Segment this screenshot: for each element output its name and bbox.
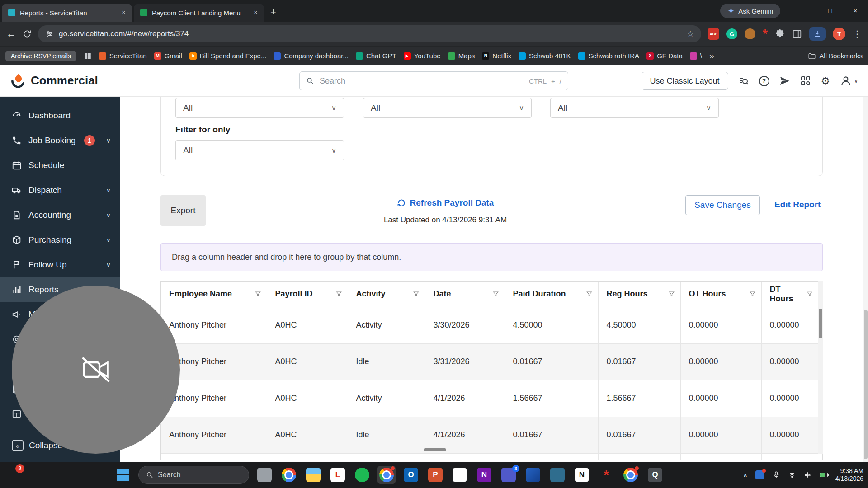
- help-icon[interactable]: ?: [759, 76, 769, 86]
- back-icon[interactable]: ←: [6, 28, 16, 40]
- bookmark-youtube[interactable]: ▶YouTube: [404, 52, 441, 60]
- filter-funnel-icon[interactable]: [586, 291, 593, 297]
- taskbar-icon-document[interactable]: [451, 466, 469, 484]
- bookmarks-overflow-icon[interactable]: »: [709, 51, 714, 61]
- filter-dropdown-3[interactable]: All ∨: [550, 98, 719, 118]
- column-header[interactable]: Employee Name: [161, 282, 267, 307]
- url-text[interactable]: go.servicetitan.com/#/new/reports/374: [59, 29, 189, 38]
- scrollbar-thumb[interactable]: [819, 309, 822, 338]
- monkey-extension-icon[interactable]: [745, 28, 755, 39]
- side-panel-icon[interactable]: [792, 29, 802, 39]
- column-header[interactable]: Paid Duration: [505, 282, 598, 307]
- use-classic-layout-button[interactable]: Use Classic Layout: [642, 72, 728, 90]
- taskbar-icon-chrome-active[interactable]: [377, 466, 396, 484]
- adblock-extension-icon[interactable]: ABP: [708, 28, 719, 40]
- taskbar-icon-teal-app[interactable]: [548, 466, 566, 484]
- profile-menu[interactable]: ∨: [840, 75, 858, 87]
- taskbar-icon-notion[interactable]: N: [573, 466, 591, 484]
- extensions-puzzle-icon[interactable]: [775, 29, 785, 39]
- site-settings-icon[interactable]: [45, 30, 53, 38]
- taskbar-icon-blue-app[interactable]: [524, 466, 542, 484]
- filter-funnel-icon[interactable]: [807, 291, 813, 297]
- save-changes-button[interactable]: Save Changes: [685, 195, 760, 215]
- profile-avatar[interactable]: T: [833, 28, 845, 40]
- taskbar-clock[interactable]: 9:38 AM 4/13/2026: [835, 467, 863, 483]
- column-header[interactable]: Date: [425, 282, 505, 307]
- filter-funnel-icon[interactable]: [668, 291, 675, 297]
- microphone-icon[interactable]: [772, 471, 780, 479]
- sidebar-item-accounting[interactable]: Accounting ∨: [0, 202, 120, 227]
- taskbar-icon-l-app[interactable]: L: [329, 466, 347, 484]
- tray-app-icon[interactable]: [755, 470, 764, 479]
- new-tab-button[interactable]: +: [270, 6, 276, 18]
- column-header[interactable]: OT Hours: [680, 282, 761, 307]
- taskbar-icon-red-asterisk-app[interactable]: *: [597, 466, 615, 484]
- taskbar-icon-spotify[interactable]: [353, 466, 371, 484]
- filter-dropdown-1[interactable]: All ∨: [175, 98, 344, 118]
- tab-close-icon[interactable]: ×: [120, 9, 127, 17]
- group-by-drop-zone[interactable]: Drag a column header and drop it here to…: [160, 243, 823, 271]
- bookmark-servicetitan[interactable]: ServiceTitan: [99, 52, 147, 60]
- taskbar-icon-chrome[interactable]: [280, 466, 298, 484]
- table-row[interactable]: Anthony PitcherA0HCActivity4/1/20261.566…: [161, 380, 819, 417]
- taskbar-icon-teams[interactable]: 3: [500, 466, 518, 484]
- taskbar-icon-onenote[interactable]: N: [475, 466, 493, 484]
- tab-reports-servicetitan[interactable]: Reports - ServiceTitan ×: [2, 4, 132, 22]
- bookmark-star-icon[interactable]: ☆: [687, 29, 694, 39]
- sidebar-item-follow-up[interactable]: Follow Up ∨: [0, 252, 120, 277]
- column-header[interactable]: Payroll ID: [267, 282, 348, 307]
- bookmark-company-dashboard[interactable]: Company dashboar...: [274, 52, 349, 60]
- volume-muted-icon[interactable]: [804, 471, 812, 479]
- downloads-button[interactable]: [809, 27, 826, 41]
- taskbar-icon-file-explorer[interactable]: [304, 466, 322, 484]
- taskbar-icon-powerpoint[interactable]: P: [426, 466, 444, 484]
- column-header[interactable]: DT Hours: [761, 282, 819, 307]
- column-header[interactable]: Reg Hours: [598, 282, 680, 307]
- bookmark-schwab-401k[interactable]: Schwab 401K: [519, 52, 571, 60]
- filter-funnel-icon[interactable]: [492, 291, 499, 297]
- send-feedback-icon[interactable]: [779, 75, 790, 86]
- table-vertical-scrollbar[interactable]: [818, 281, 823, 454]
- table-row[interactable]: Anthony PitcherA0HCIdle3/31/20260.016670…: [161, 343, 819, 380]
- taskbar-icon-chrome-profile[interactable]: [622, 466, 640, 484]
- close-window-button[interactable]: ×: [843, 0, 868, 22]
- marketplace-grid-icon[interactable]: [800, 75, 811, 86]
- bookmark-gmail[interactable]: MGmail: [154, 52, 182, 60]
- bookmark-maps[interactable]: Maps: [448, 52, 475, 60]
- bookmark-gf-data[interactable]: XGF Data: [646, 52, 683, 60]
- url-bar[interactable]: go.servicetitan.com/#/new/reports/374 ☆: [38, 25, 701, 42]
- reload-icon[interactable]: [23, 29, 32, 38]
- sidebar-item-schedule[interactable]: Schedule: [0, 153, 120, 178]
- bookmark-netflix[interactable]: NNetflix: [482, 52, 511, 60]
- sidebar-item-purchasing[interactable]: Purchasing ∨: [0, 227, 120, 252]
- password-manager-extension-icon[interactable]: *: [763, 29, 768, 38]
- hidden-icons-chevron[interactable]: ∧: [743, 471, 747, 479]
- export-button[interactable]: Export: [160, 195, 206, 226]
- global-search-input[interactable]: Search CTRL + /: [299, 71, 568, 90]
- bookmark-chatgpt[interactable]: Chat GPT: [356, 52, 396, 60]
- taskbar-icon-window-app[interactable]: [255, 466, 274, 484]
- bookmark-schwab-roth[interactable]: Schwab roth IRA: [578, 52, 640, 60]
- page-scrollbar[interactable]: [863, 97, 868, 462]
- wifi-icon[interactable]: [788, 471, 796, 479]
- refresh-payroll-data-link[interactable]: Refresh Payroll Data: [397, 198, 494, 208]
- taskbar-search[interactable]: Search: [138, 466, 249, 484]
- filter-funnel-icon[interactable]: [413, 291, 420, 297]
- table-row[interactable]: Anthony PitcherA0HCActivity3/30/20264.50…: [161, 307, 819, 343]
- ask-gemini-button[interactable]: Ask Gemini: [720, 4, 780, 18]
- bookmark-bill[interactable]: bBill Spend and Expe...: [189, 52, 267, 60]
- taskbar-icon-outlook[interactable]: O: [402, 466, 420, 484]
- filter-for-only-dropdown[interactable]: All ∨: [175, 140, 344, 160]
- all-bookmarks-button[interactable]: All Bookmarks: [808, 52, 863, 60]
- edit-report-link[interactable]: Edit Report: [774, 200, 821, 210]
- grammarly-extension-icon[interactable]: G: [726, 28, 737, 39]
- table-horizontal-scrollbar[interactable]: [424, 448, 446, 451]
- browser-menu-icon[interactable]: ⋮: [853, 28, 862, 39]
- start-button[interactable]: [114, 466, 132, 484]
- minimize-button[interactable]: ─: [792, 0, 817, 22]
- battery-icon[interactable]: [820, 473, 828, 477]
- maximize-button[interactable]: □: [817, 0, 843, 22]
- archive-rsvp-pill[interactable]: Archive RSVP emails: [5, 51, 76, 61]
- scrollbar-thumb[interactable]: [864, 310, 868, 459]
- sidebar-item-job-booking[interactable]: Job Booking 1 ∨: [0, 128, 120, 153]
